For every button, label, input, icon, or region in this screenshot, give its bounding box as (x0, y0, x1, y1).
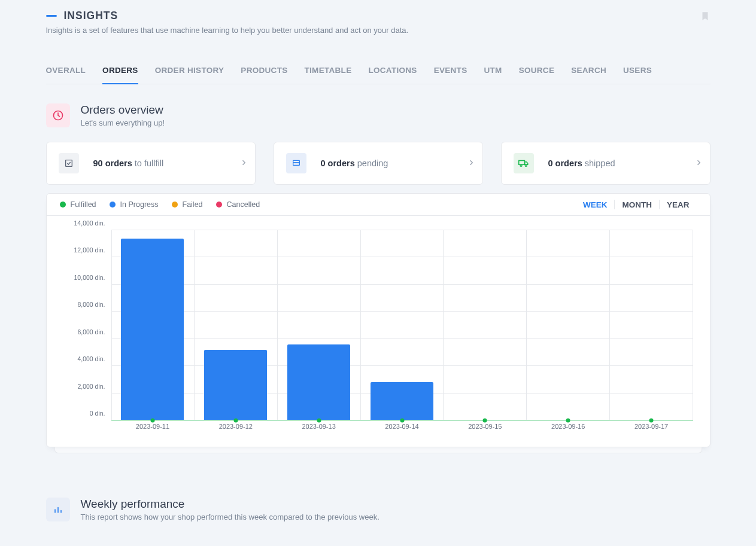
page-title: INSIGHTS (64, 10, 119, 22)
truck-icon (514, 153, 534, 173)
tab-users[interactable]: USERS (623, 60, 652, 84)
bar-in-progress[interactable] (371, 382, 433, 420)
legend-label: In Progress (120, 200, 159, 209)
card-stack-shadow (54, 447, 702, 453)
legend-dot (172, 202, 178, 208)
fulfilled-baseline (111, 420, 693, 421)
svg-rect-2 (293, 160, 299, 165)
x-tick-label: 2023-09-17 (634, 423, 668, 430)
legend-label: Fulfilled (71, 200, 96, 209)
bar-in-progress[interactable] (204, 350, 267, 420)
period-week[interactable]: WEEK (576, 200, 615, 209)
document-list-icon (286, 153, 306, 173)
tab-timetable[interactable]: TIMETABLE (305, 60, 352, 84)
x-tick-label: 2023-09-13 (302, 423, 336, 430)
accent-dash (46, 15, 57, 17)
legend-dot (216, 202, 222, 208)
y-tick-label: 8,000 din. (77, 301, 105, 308)
checkbox-task-icon (59, 153, 79, 173)
bar-in-progress[interactable] (121, 239, 184, 420)
period-year[interactable]: YEAR (660, 200, 697, 209)
tab-utm[interactable]: UTM (484, 60, 502, 84)
x-tick-label: 2023-09-16 (551, 423, 585, 430)
chevron-right-icon (241, 158, 247, 169)
svg-rect-1 (65, 160, 72, 167)
y-tick-label: 2,000 din. (77, 383, 105, 390)
y-tick-label: 0 din. (90, 410, 105, 417)
period-month[interactable]: MONTH (615, 200, 659, 209)
x-tick-label: 2023-09-12 (219, 423, 253, 430)
stat-text: 0 orders shipped (548, 158, 615, 168)
legend-dot (60, 202, 66, 208)
stat-card-shipped[interactable]: 0 orders shipped (501, 142, 711, 185)
y-tick-label: 4,000 din. (77, 355, 105, 362)
orders-chart-card: FulfilledIn ProgressFailedCancelled WEEK… (46, 193, 711, 447)
svg-point-5 (525, 164, 527, 166)
chart-legend: FulfilledIn ProgressFailedCancelled (60, 200, 260, 209)
legend-item[interactable]: Failed (172, 200, 203, 209)
tab-search[interactable]: SEARCH (571, 60, 606, 84)
stat-text: 0 orders pending (321, 158, 388, 168)
tab-products[interactable]: PRODUCTS (241, 60, 287, 84)
weekly-title: Weekly performance (81, 498, 379, 511)
legend-item[interactable]: Fulfilled (60, 200, 96, 209)
tab-overall[interactable]: OVERALL (46, 60, 86, 84)
chart-plot: 0 din.2,000 din.4,000 din.6,000 din.8,00… (63, 230, 693, 434)
y-tick-label: 12,000 din. (74, 246, 105, 254)
stat-text: 90 orders to fullfill (93, 158, 164, 168)
page-subtitle: Insights is a set of features that use m… (46, 26, 409, 35)
bar-in-progress[interactable] (287, 344, 350, 420)
x-tick-label: 2023-09-14 (385, 423, 418, 430)
overview-title: Orders overview (81, 103, 165, 117)
svg-point-4 (520, 164, 522, 166)
y-tick-label: 10,000 din. (74, 274, 105, 281)
x-tick-label: 2023-09-15 (468, 423, 502, 430)
bookmark-icon[interactable] (700, 10, 711, 25)
chevron-right-icon (696, 158, 702, 169)
tab-locations[interactable]: LOCATIONS (368, 60, 417, 84)
legend-item[interactable]: Cancelled (216, 200, 260, 209)
tab-events[interactable]: EVENTS (434, 60, 467, 84)
tab-order-history[interactable]: ORDER HISTORY (155, 60, 224, 84)
chevron-right-icon (468, 158, 474, 169)
legend-dot (110, 202, 116, 208)
overview-subtitle: Let's sum everything up! (81, 118, 165, 127)
legend-label: Cancelled (227, 200, 260, 209)
tab-orders[interactable]: ORDERS (102, 60, 138, 84)
bar-chart-icon (46, 498, 70, 521)
period-selector: WEEKMONTHYEAR (576, 200, 697, 209)
stat-card-pending[interactable]: 0 orders pending (274, 142, 483, 185)
stat-card-fulfill[interactable]: 90 orders to fullfill (46, 142, 256, 185)
clock-icon (46, 103, 70, 127)
svg-rect-3 (518, 161, 524, 165)
tab-bar: OVERALLORDERSORDER HISTORYPRODUCTSTIMETA… (46, 60, 711, 84)
tab-source[interactable]: SOURCE (519, 60, 555, 84)
legend-label: Failed (183, 200, 203, 209)
x-tick-label: 2023-09-11 (136, 423, 169, 430)
y-tick-label: 6,000 din. (77, 328, 105, 335)
legend-item[interactable]: In Progress (110, 200, 159, 209)
weekly-subtitle: This report shows how your shop performe… (81, 513, 379, 521)
y-tick-label: 14,000 din. (74, 219, 105, 227)
